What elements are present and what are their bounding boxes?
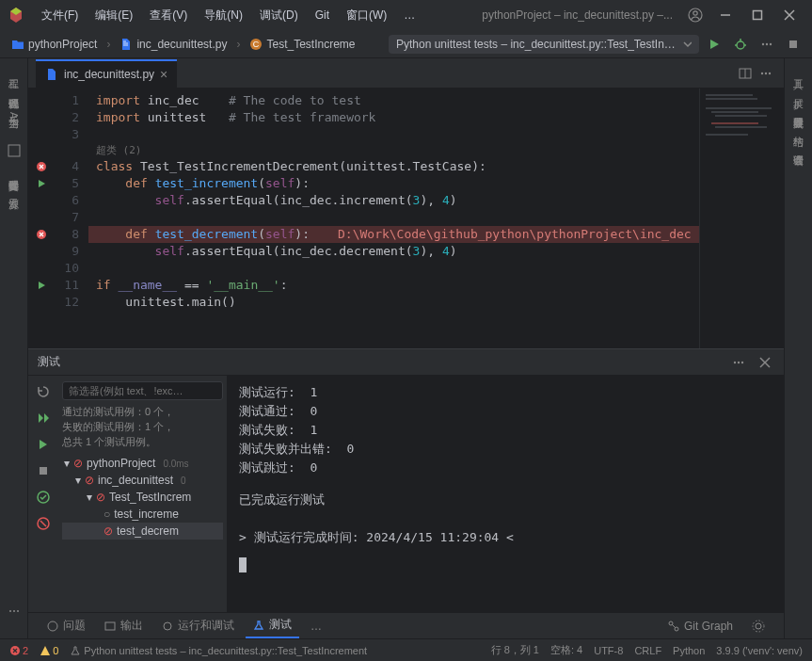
tab-run-debug[interactable]: 运行和调试 (154, 614, 242, 637)
svg-line-41 (672, 624, 676, 628)
code-content[interactable]: import inc_dec # The code to test import… (88, 89, 699, 348)
app-logo-icon (8, 7, 24, 24)
tab-git-graph[interactable]: Git Graph (661, 616, 740, 637)
minimap[interactable] (699, 89, 784, 348)
minimize-button[interactable] (710, 2, 740, 28)
tool-remote-files[interactable]: 远程文件管理器 (7, 167, 21, 178)
tab-more-icon[interactable] (756, 63, 776, 84)
run-config-selector[interactable]: Python unittest tests – inc_decunittest.… (389, 35, 699, 54)
status-cursor-pos[interactable]: 行 8，列 1 (491, 643, 539, 657)
tab-inc-decunittest[interactable]: inc_decunittest.py × (36, 59, 177, 88)
panel-close-icon[interactable] (756, 353, 774, 372)
gutter-run-icon[interactable] (28, 277, 55, 294)
svg-point-23 (765, 72, 767, 73)
chevron-right-icon: › (234, 38, 242, 51)
tab-output[interactable]: 输出 (97, 614, 151, 637)
status-eol[interactable]: CRLF (634, 645, 661, 656)
status-warnings[interactable]: 0 (40, 645, 58, 656)
code-editor[interactable]: 123456789101112 import inc_dec # The cod… (28, 89, 784, 348)
svg-point-1 (693, 11, 697, 15)
chevron-right-icon: › (104, 38, 112, 51)
super-class-hint[interactable]: 超类 (2) (88, 143, 699, 158)
test-output[interactable]: 测试运行: 1 测试通过: 0 测试失败: 1 测试失败并出错: 0 测试跳过:… (228, 376, 784, 612)
maximize-button[interactable] (742, 2, 772, 28)
tree-file[interactable]: ▾⊘inc_decunittest0 (62, 472, 223, 489)
status-interpreter[interactable]: 3.9.9 ('venv': venv) (716, 645, 803, 656)
gutter-error-icon[interactable] (28, 158, 55, 175)
gear-icon (752, 620, 765, 633)
gutter-error-icon[interactable] (28, 226, 55, 243)
tool-manage[interactable]: 管理 (7, 627, 21, 638)
status-run-config[interactable]: Python unittest tests – inc_decunittest.… (70, 645, 367, 656)
right-tool-strip: 工具 扩展 类导航管理器 结构 会话管理 (784, 58, 812, 638)
split-editor-icon[interactable] (735, 63, 756, 84)
rerun-icon[interactable] (33, 381, 54, 402)
tool-cloud-resources[interactable]: 云资源 (7, 185, 21, 197)
breadcrumb-symbol[interactable]: C Test_TestIncreme (246, 36, 358, 53)
tool-class-nav[interactable]: 类导航管理器 (791, 104, 805, 115)
close-button[interactable] (774, 2, 804, 28)
line-numbers: 123456789101112 (55, 89, 88, 348)
status-encoding[interactable]: UTF-8 (594, 645, 623, 656)
run-all-icon[interactable] (33, 408, 54, 428)
api-icon[interactable] (6, 142, 23, 159)
show-passed-icon[interactable] (33, 487, 54, 508)
breadcrumb-project[interactable]: pythonProject (8, 36, 101, 53)
svg-point-12 (762, 42, 764, 44)
debug-icon (162, 621, 173, 632)
status-language[interactable]: Python (673, 645, 705, 656)
tool-project[interactable]: 工程 (7, 66, 21, 77)
tree-test-increment[interactable]: ○test_increme (62, 506, 223, 523)
tool-extend[interactable]: 扩展 (791, 85, 805, 96)
svg-point-42 (756, 623, 761, 629)
warning-icon (47, 621, 58, 632)
tool-structure[interactable]: 结构 (791, 122, 805, 134)
tab-more[interactable]: … (303, 616, 329, 637)
breadcrumb-file[interactable]: inc_decunittest.py (116, 36, 231, 53)
stop-icon[interactable] (33, 460, 54, 481)
test-tree: 通过的测试用例：0 个， 失败的测试用例：1 个， 总共 1 个测试用例。 ▾⊘… (58, 376, 228, 612)
panel-title: 测试 (38, 354, 60, 370)
menu-more[interactable]: … (396, 5, 422, 25)
tool-cloud-api[interactable]: 华为云 API (7, 104, 21, 135)
ellipsis-icon[interactable] (6, 603, 23, 620)
menu-git[interactable]: Git (308, 5, 337, 25)
tab-problems[interactable]: 问题 (40, 614, 93, 637)
tool-tools[interactable]: 工具 (791, 66, 805, 77)
run-button[interactable] (703, 33, 725, 56)
stop-button[interactable] (782, 33, 804, 56)
gutter-run-icon[interactable] (28, 175, 55, 192)
svg-rect-37 (105, 622, 115, 630)
status-indent[interactable]: 空格: 4 (550, 643, 582, 657)
debug-button[interactable] (729, 33, 752, 56)
show-ignored-icon[interactable] (33, 513, 54, 534)
menu-debug[interactable]: 调试(D) (252, 4, 306, 27)
menu-file[interactable]: 文件(F) (34, 4, 86, 27)
tab-test[interactable]: 测试 (246, 613, 299, 638)
test-filter-input[interactable] (62, 381, 223, 400)
tree-class[interactable]: ▾⊘Test_TestIncrem (62, 489, 223, 506)
menu-view[interactable]: 查看(V) (142, 4, 195, 27)
inline-error-text: D:\Work\Code\github_python\pythonProject… (338, 227, 692, 241)
svg-point-28 (738, 361, 740, 363)
more-actions-button[interactable] (756, 33, 778, 56)
menu-edit[interactable]: 编辑(E) (88, 4, 140, 27)
run-failed-icon[interactable] (33, 434, 54, 455)
menu-navigate[interactable]: 导航(N) (197, 4, 250, 27)
left-tool-strip: 工程 源代码管理 华为云 API 远程文件管理器 云资源 管理 (0, 58, 28, 638)
tool-session[interactable]: 会话管理 (791, 141, 805, 153)
svg-point-24 (769, 72, 771, 73)
tab-close-icon[interactable]: × (160, 67, 167, 82)
tab-settings-icon[interactable] (744, 616, 772, 637)
tool-source-control[interactable]: 源代码管理 (7, 85, 21, 96)
panel-more-icon[interactable] (729, 353, 748, 372)
flask-icon (253, 620, 264, 631)
status-errors[interactable]: 2 (9, 645, 28, 656)
tree-root[interactable]: ▾⊘pythonProject0.0ms (62, 455, 223, 472)
svg-point-43 (753, 621, 764, 632)
menu-window[interactable]: 窗口(W) (339, 4, 394, 27)
svg-rect-16 (8, 145, 20, 156)
user-icon[interactable] (682, 2, 709, 28)
tree-test-decrement[interactable]: ⊘test_decrem (62, 523, 223, 540)
status-bar: 2 0 Python unittest tests – inc_decunitt… (0, 638, 812, 661)
